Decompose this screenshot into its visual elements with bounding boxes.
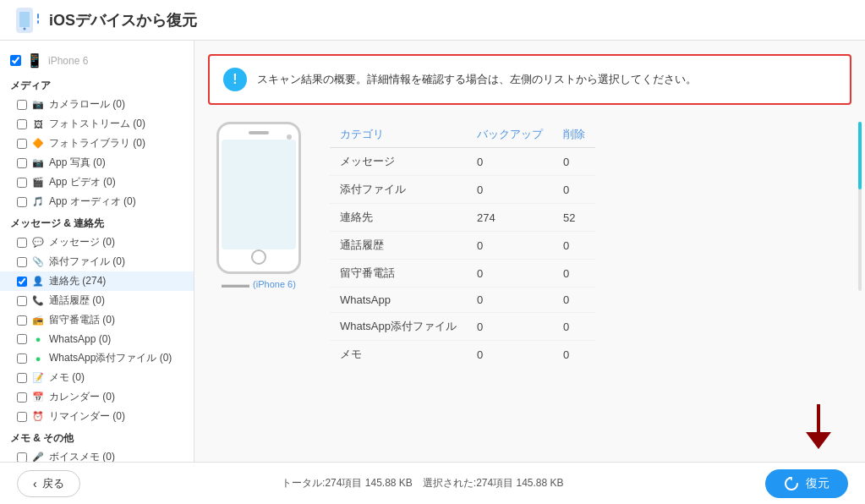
phone-speaker — [249, 131, 269, 134]
sidebar-item-app-photo[interactable]: 📷App 写真 (0) — [0, 153, 194, 173]
phone-mockup: ▬▬▬ (iPhone 6) — [208, 122, 309, 289]
header: iOSデバイスから復元 — [0, 0, 865, 41]
sidebar: 📱 iPhone 6 メディア 📷カメラロール (0) 🖼フォトストリーム (0… — [0, 41, 194, 462]
svg-rect-4 — [37, 20, 39, 24]
sidebar-item-attachments[interactable]: 📎添付ファイル (0) — [0, 252, 194, 271]
section-media: メディア — [0, 74, 194, 95]
cell-deleted: 52 — [553, 204, 595, 232]
phone-screen — [222, 140, 296, 249]
table-row: メモ 0 0 — [330, 341, 595, 369]
sidebar-item-memo[interactable]: 📝メモ (0) — [0, 368, 194, 387]
content-area: ! スキャン結果の概要。詳細情報を確認する場合は、左側のリストから選択してくださ… — [194, 41, 865, 462]
device-row: 📱 iPhone 6 — [0, 47, 194, 74]
phone-home-button — [251, 249, 266, 265]
table-row: WhatsApp添付ファイル 0 0 — [330, 313, 595, 341]
cell-deleted: 0 — [553, 313, 595, 341]
restore-label: 復元 — [806, 476, 829, 491]
cell-deleted: 0 — [553, 232, 595, 260]
sidebar-item-messages[interactable]: 💬メッセージ (0) — [0, 233, 194, 252]
alert-box: ! スキャン結果の概要。詳細情報を確認する場合は、左側のリストから選択してくださ… — [208, 54, 851, 105]
sidebar-item-camera-roll[interactable]: 📷カメラロール (0) — [0, 95, 194, 114]
back-label: 戻る — [42, 476, 64, 491]
table-row: 留守番電話 0 0 — [330, 260, 595, 288]
cell-deleted: 0 — [553, 341, 595, 369]
cell-category: メッセージ — [330, 148, 467, 176]
col-header-backup: バックアップ — [467, 122, 553, 148]
scrollbar-track — [858, 122, 862, 291]
restore-button[interactable]: 復元 — [765, 469, 848, 498]
cell-category: 通話履歴 — [330, 232, 467, 260]
device-name: iPhone 6 — [48, 55, 88, 67]
sidebar-item-contacts[interactable]: 👤連絡先 (274) — [0, 271, 194, 291]
cell-deleted: 0 — [553, 260, 595, 288]
cell-category: WhatsApp添付ファイル — [330, 313, 467, 341]
cell-backup: 274 — [467, 204, 553, 232]
cell-backup: 0 — [467, 148, 553, 176]
cell-backup: 0 — [467, 232, 553, 260]
table-row: メッセージ 0 0 — [330, 148, 595, 176]
sidebar-item-photo-library[interactable]: 🔶フォトライブラリ (0) — [0, 134, 194, 153]
alert-text: スキャン結果の概要。詳細情報を確認する場合は、左側のリストから選択してください。 — [257, 72, 697, 87]
data-table: カテゴリ バックアップ 削除 メッセージ 0 0 添付ファイル 0 0 連絡先 … — [330, 122, 595, 368]
table-container: カテゴリ バックアップ 削除 メッセージ 0 0 添付ファイル 0 0 連絡先 … — [330, 122, 851, 368]
sidebar-item-voice-memo[interactable]: 🎤ボイスメモ (0) — [0, 447, 194, 462]
cell-backup: 0 — [467, 260, 553, 288]
header-title: iOSデバイスから復元 — [49, 10, 197, 30]
device-checkbox[interactable] — [10, 55, 21, 66]
cell-category: 添付ファイル — [330, 176, 467, 204]
svg-marker-6 — [806, 432, 831, 449]
col-header-category: カテゴリ — [330, 122, 467, 148]
back-button[interactable]: ‹ 戻る — [17, 470, 80, 497]
svg-point-2 — [24, 27, 26, 30]
scrollbar-thumb — [858, 122, 862, 189]
table-row: 添付ファイル 0 0 — [330, 176, 595, 204]
phone-table-row: ▬▬▬ (iPhone 6) カテゴリ バックアップ 削除 メッ — [208, 122, 851, 368]
sidebar-item-reminder[interactable]: ⏰リマインダー (0) — [0, 407, 194, 426]
arrow-svg — [797, 400, 840, 451]
cell-backup: 0 — [467, 313, 553, 341]
cell-backup: 0 — [467, 176, 553, 204]
back-chevron-icon: ‹ — [33, 477, 37, 490]
sidebar-item-calendar[interactable]: 📅カレンダー (0) — [0, 387, 194, 407]
section-messages: メッセージ & 連絡先 — [0, 211, 194, 233]
cell-category: 留守番電話 — [330, 260, 467, 288]
cell-backup: 0 — [467, 288, 553, 313]
arrow-decoration — [797, 400, 840, 453]
sidebar-item-whatsapp-attach[interactable]: ●WhatsApp添付ファイル (0) — [0, 348, 194, 368]
cell-category: 連絡先 — [330, 204, 467, 232]
sidebar-item-call-history[interactable]: 📞通話履歴 (0) — [0, 291, 194, 310]
footer: ‹ 戻る トータル:274項目 145.88 KB 選択された:274項目 14… — [0, 462, 865, 504]
cell-deleted: 0 — [553, 288, 595, 313]
section-notes: メモ & その他 — [0, 426, 194, 447]
restore-icon — [784, 476, 799, 491]
sidebar-item-voicemail[interactable]: 📻留守番電話 (0) — [0, 310, 194, 330]
table-row: 通話履歴 0 0 — [330, 232, 595, 260]
cell-category: メモ — [330, 341, 467, 369]
sidebar-item-photo-stream[interactable]: 🖼フォトストリーム (0) — [0, 114, 194, 134]
table-row: 連絡先 274 52 — [330, 204, 595, 232]
svg-rect-1 — [19, 12, 30, 27]
sidebar-item-app-video[interactable]: 🎬App ビデオ (0) — [0, 173, 194, 192]
cell-deleted: 0 — [553, 148, 595, 176]
cell-deleted: 0 — [553, 176, 595, 204]
phone-icon — [14, 7, 41, 34]
phone-body — [216, 122, 301, 274]
table-row: WhatsApp 0 0 — [330, 288, 595, 313]
alert-icon: ! — [223, 68, 247, 91]
svg-rect-3 — [37, 14, 39, 19]
device-phone-icon: 📱 — [26, 52, 43, 68]
sidebar-item-app-audio[interactable]: 🎵App オーディオ (0) — [0, 192, 194, 211]
phone-label-sub: ▬▬▬ — [222, 279, 249, 289]
phone-label: (iPhone 6) — [253, 279, 296, 289]
footer-status: トータル:274項目 145.88 KB 選択された:274項目 145.88 … — [282, 476, 563, 490]
cell-category: WhatsApp — [330, 288, 467, 313]
col-header-deleted: 削除 — [553, 122, 595, 148]
phone-label-row: ▬▬▬ (iPhone 6) — [222, 279, 296, 289]
sidebar-item-whatsapp[interactable]: ●WhatsApp (0) — [0, 330, 194, 348]
cell-backup: 0 — [467, 341, 553, 369]
